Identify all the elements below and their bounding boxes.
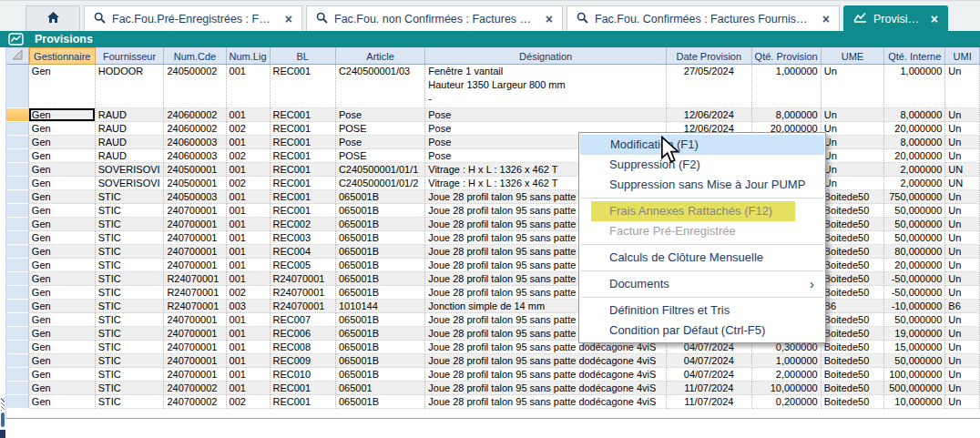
cell-num-cde[interactable]: 240700001 [164,368,226,382]
row-header[interactable] [6,354,29,368]
cell-article[interactable]: 065001B [336,218,425,231]
cell-ume[interactable]: Boitede50 [822,382,885,395]
cell-num-cde[interactable]: R24070001 [164,300,226,313]
row-header[interactable] [6,65,29,108]
tab-home[interactable] [26,5,80,31]
cell-num-lig[interactable]: 001 [227,218,271,231]
cell-fournisseur[interactable]: STIC [96,231,165,245]
cell-qte-interne[interactable]: 20,000000 [884,259,945,272]
cell-num-lig[interactable]: 002 [227,122,271,136]
cell-qte-interne[interactable]: 20,000000 [884,149,945,163]
cell-fournisseur[interactable]: RAUD [96,122,165,136]
cell-designation[interactable]: Joue 28 profil talon 95 sans patte dodéc… [425,368,667,382]
cell-fournisseur[interactable]: STIC [96,272,165,286]
row-header[interactable] [6,259,29,272]
cell-article[interactable]: 065001B [336,327,425,341]
splitter-thumb[interactable] [1,413,5,427]
cell-qte-provision[interactable]: 1,000000 [752,354,822,368]
cell-ume[interactable]: Boitede50 [822,313,885,327]
row-header[interactable] [6,382,29,395]
row-header[interactable] [6,136,29,149]
cell-umi[interactable]: Un [945,382,980,395]
cell-num-lig[interactable]: 001 [227,354,271,368]
cell-umi[interactable]: Un [945,368,980,382]
cell-gestionnaire[interactable]: Gen [29,108,96,122]
cell-umi[interactable]: Un [945,245,980,259]
row-header[interactable] [6,204,29,218]
cell-fournisseur[interactable]: STIC [96,286,165,300]
cell-bl[interactable]: REC001 [271,163,336,177]
cell-date-provision[interactable]: 12/06/2024 [667,108,752,122]
cell-umi[interactable]: Un [945,108,980,122]
cell-fournisseur[interactable]: STIC [96,190,165,204]
row-header[interactable] [6,245,29,259]
cell-bl[interactable]: REC001 [271,108,336,122]
cell-num-lig[interactable]: 001 [227,245,271,259]
cell-umi[interactable]: Un [945,395,980,409]
cell-article[interactable]: Pose [336,108,425,122]
cell-article[interactable]: 065001B [336,395,425,409]
cell-num-lig[interactable]: 001 [227,341,271,354]
cell-num-cde[interactable]: 240700001 [164,245,226,259]
cell-qte-interne[interactable]: 8,000000 [884,136,945,149]
cell-num-lig[interactable]: 001 [227,65,271,108]
tab-document-2[interactable]: Fac.Fou. non Confirmées : Factures Four.… [306,5,563,31]
cell-bl[interactable]: REC001 [271,382,336,395]
cell-num-lig[interactable]: 002 [227,286,271,300]
cell-bl[interactable]: REC001 [271,204,336,218]
cell-num-cde[interactable]: 240600002 [164,108,226,122]
menu-item-definition-filtres-tris[interactable]: Définition Filtres et Tris [579,300,825,321]
cell-fournisseur[interactable]: STIC [96,354,165,368]
cell-bl[interactable]: REC001 [271,395,336,409]
cell-qte-interne[interactable]: 50,000000 [884,313,945,327]
cell-umi[interactable]: Un [945,286,980,300]
tab-close-icon[interactable]: × [285,12,292,26]
cell-ume[interactable]: B6 [822,300,885,313]
cell-qte-interne[interactable]: 8,000000 [884,108,945,122]
cell-gestionnaire[interactable]: Gen [29,354,96,368]
cell-umi[interactable]: B6 [945,300,980,313]
cell-gestionnaire[interactable]: Gen [29,395,96,409]
cell-fournisseur[interactable]: SOVERISOVI [96,177,165,190]
cell-num-cde[interactable]: 240600002 [164,122,226,136]
cell-qte-interne[interactable]: 2,000000 [884,163,945,177]
cell-qte-provision[interactable]: 10,000000 [752,382,822,395]
column-header-bl[interactable]: BL [271,47,336,65]
cell-num-cde[interactable]: 240700001 [164,259,226,272]
cell-gestionnaire[interactable]: Gen [29,272,96,286]
cell-date-provision[interactable]: 11/07/2024 [667,395,752,409]
row-header[interactable] [6,286,29,300]
cell-umi[interactable]: UN [945,177,980,190]
cell-num-cde[interactable]: 240700001 [164,231,226,245]
cell-num-cde[interactable]: 240600003 [164,136,226,149]
cell-gestionnaire[interactable]: Gen [29,286,96,300]
cell-num-cde[interactable]: 240600003 [164,149,226,163]
cell-gestionnaire[interactable]: Gen [29,313,96,327]
cell-num-cde[interactable]: 240500001 [164,177,226,190]
row-header[interactable] [6,122,29,136]
cell-qte-interne[interactable]: 15,000000 [884,341,945,354]
column-header-fournisseur[interactable]: Fournisseur [96,47,165,65]
cell-fournisseur[interactable]: STIC [96,327,165,341]
cell-date-provision[interactable]: 11/07/2024 [667,382,752,395]
cell-designation[interactable]: Fenêtre 1 vantail Hauteur 1350 Largeur 8… [425,65,667,108]
row-header[interactable] [6,108,29,122]
row-header[interactable] [6,218,29,231]
menu-item-suppression-sans-maj-pump[interactable]: Suppression sans Mise à Jour PUMP [579,175,825,195]
select-all-corner[interactable] [6,47,29,65]
cell-bl[interactable]: REC006 [271,327,336,341]
cell-fournisseur[interactable]: RAUD [96,149,165,163]
cell-num-cde[interactable]: 240500001 [164,163,226,177]
cell-ume[interactable]: Boitede50 [822,327,885,341]
tab-provisions[interactable]: Provisions× [843,5,948,31]
cell-article[interactable]: 065001B [336,231,425,245]
cell-umi[interactable]: Un [945,259,980,272]
cell-qte-interne[interactable]: -50,000000 [884,272,945,286]
column-header-designation[interactable]: Désignation [425,47,667,65]
cell-fournisseur[interactable]: STIC [96,368,165,382]
cell-fournisseur[interactable]: STIC [96,395,165,409]
cell-ume[interactable]: Boitede50 [822,368,885,382]
cell-ume[interactable]: Un [822,163,885,177]
cell-fournisseur[interactable]: STIC [96,259,165,272]
cell-article[interactable]: 1010144 [336,300,425,313]
